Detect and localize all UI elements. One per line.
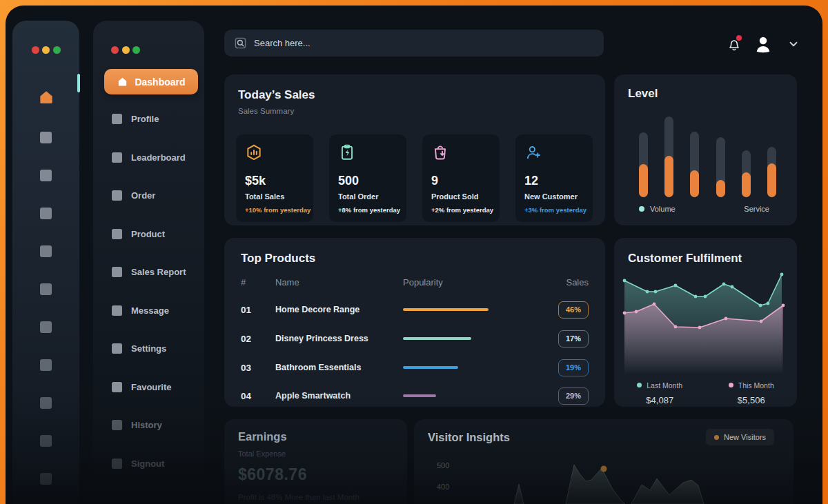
hexagon-chart-icon <box>245 143 263 161</box>
rail-item-profile[interactable] <box>40 130 52 145</box>
top-products-card: Top Products # Name Popularity Sales 01 … <box>224 238 605 407</box>
search-icon <box>234 37 247 50</box>
stat-value: 12 <box>524 174 584 188</box>
close-button[interactable] <box>111 46 119 54</box>
window-controls <box>111 46 140 54</box>
placeholder-icon <box>40 283 52 295</box>
rail-item-dashboard[interactable] <box>37 88 55 107</box>
sidebar-item-profile[interactable]: Profile <box>104 105 198 133</box>
legend-volume: Volume <box>639 205 676 213</box>
zoom-button[interactable] <box>132 46 140 54</box>
level-bar-value <box>767 163 776 197</box>
popularity-bar <box>403 366 458 369</box>
placeholder-icon <box>112 458 122 469</box>
level-card: Level Volume Service <box>614 74 797 225</box>
placeholder-icon <box>40 208 52 219</box>
sales-badge: 19% <box>558 359 589 376</box>
legend-dot-icon <box>729 383 733 387</box>
sidebar-item-label: Message <box>131 305 169 316</box>
icon-rail <box>12 21 79 504</box>
product-name: Bathroom Essentials <box>275 363 403 372</box>
level-bar-value <box>716 180 725 197</box>
legend-label: This Month <box>738 381 774 390</box>
stat-value: 500 <box>338 174 397 188</box>
legend-value: $4,087 <box>614 395 706 405</box>
level-bar-group <box>742 117 751 197</box>
account-menu-button[interactable] <box>782 33 805 55</box>
card-title: Top Products <box>241 252 589 265</box>
placeholder-icon <box>112 420 122 430</box>
minimize-button[interactable] <box>122 46 130 54</box>
table-row: 02 Disney Princess Dress 17% <box>241 324 589 353</box>
earnings-note: Profit is 48% More than last Month <box>238 492 373 503</box>
rail-item-settings[interactable] <box>40 357 52 372</box>
legend-label: Service <box>744 205 769 213</box>
rail-item-product[interactable] <box>40 243 52 259</box>
legend-dot-icon <box>639 206 644 212</box>
popularity-bar <box>403 337 471 340</box>
sidebar-item-order[interactable]: Order <box>104 182 198 210</box>
home-icon <box>37 88 55 106</box>
sidebar-item-label: History <box>131 420 162 430</box>
placeholder-icon <box>40 473 52 485</box>
level-legend: Volume Service <box>639 205 769 213</box>
legend-this-month: This Month $5,506 <box>706 378 798 405</box>
fulfilment-legend: Last Month $4,087 This Month $5,506 <box>614 378 797 405</box>
rail-item-order[interactable] <box>40 205 52 221</box>
rail-item-message[interactable] <box>40 319 52 334</box>
rail-item-history[interactable] <box>40 433 52 448</box>
stats-row: $5k Total Sales +10% from yesterday 500 … <box>236 134 593 222</box>
row-number: 02 <box>241 334 275 344</box>
stat-card: $5k Total Sales +10% from yesterday <box>236 134 313 222</box>
level-bar-group <box>767 117 776 197</box>
sidebar-item-product[interactable]: Product <box>104 221 198 248</box>
table-header: # Name Popularity Sales <box>241 274 589 290</box>
legend-dot-icon <box>714 435 719 440</box>
placeholder-icon <box>112 382 122 392</box>
rail-item-favourite[interactable] <box>40 395 52 410</box>
sidebar-item-settings[interactable]: Settings <box>104 335 198 363</box>
search-input[interactable] <box>254 38 594 48</box>
notifications-button[interactable] <box>723 33 745 55</box>
table-row: 03 Bathroom Essentials 19% <box>241 353 589 382</box>
user-avatar[interactable] <box>752 33 774 55</box>
rail-item-signout[interactable] <box>40 471 52 486</box>
sidebar-item-sales-report[interactable]: Sales Report <box>104 259 198 286</box>
placeholder-icon <box>40 170 52 181</box>
card-title: Earnings <box>238 430 393 443</box>
sidebar-item-leaderboard[interactable]: Leaderboard <box>104 144 198 172</box>
close-button[interactable] <box>32 46 39 54</box>
zoom-button[interactable] <box>53 46 61 54</box>
todays-sales-card: Today’s Sales Sales Summary $5k Total Sa… <box>224 74 605 225</box>
sidebar-item-favourite[interactable]: Favourite <box>104 374 198 401</box>
sales-badge: 29% <box>558 387 589 405</box>
sidebar-item-history[interactable]: History <box>104 412 198 439</box>
sidebar-item-dashboard[interactable]: Dashboard <box>104 69 198 94</box>
level-bar-group <box>664 117 673 197</box>
rail-item-sales-report[interactable] <box>40 281 52 296</box>
placeholder-icon <box>40 321 52 333</box>
stat-card: 9 Product Sold +2% from yesterday <box>422 134 500 222</box>
search-bar[interactable] <box>224 30 604 57</box>
legend-dot-icon <box>637 383 642 387</box>
legend-label: Last Month <box>647 381 682 390</box>
sidebar-item-signout[interactable]: Signout <box>104 450 198 478</box>
level-bar-value <box>664 156 673 197</box>
y-axis-tick: 500 <box>437 461 449 470</box>
level-bar-value <box>742 172 751 197</box>
rail-item-leaderboard[interactable] <box>40 168 52 183</box>
table-row: 01 Home Decore Range 46% <box>241 295 589 324</box>
sidebar-item-message[interactable]: Message <box>104 297 198 325</box>
popularity-bar <box>403 394 436 397</box>
popularity-bar <box>403 308 489 311</box>
stat-label: Total Order <box>338 192 397 201</box>
legend-label: Volume <box>650 205 676 213</box>
product-name: Apple Smartwatch <box>275 391 403 401</box>
stat-label: Product Sold <box>431 192 491 201</box>
sidebar-item-label: Sales Report <box>131 267 186 277</box>
bag-arrow-down-icon <box>431 143 449 161</box>
stat-card: 12 New Customer +3% from yesterday <box>515 134 593 222</box>
card-subtitle: Sales Summary <box>238 107 593 115</box>
minimize-button[interactable] <box>42 46 50 54</box>
sidebar-item-label: Settings <box>131 343 166 354</box>
